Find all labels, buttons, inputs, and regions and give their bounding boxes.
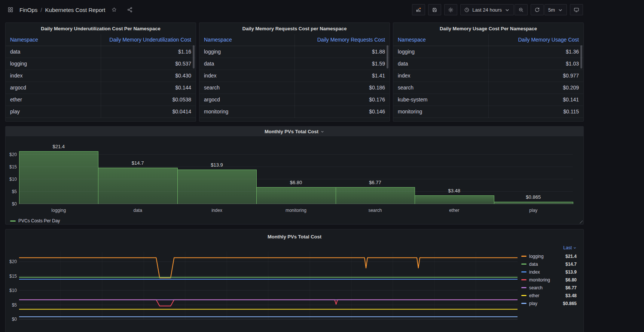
zoom-out-icon (518, 7, 524, 13)
line-chart-panel: Monthly PVs Total Cost $0$5$10$15$20 Las… (5, 229, 584, 332)
bar-value-label: $13.9 (166, 162, 268, 168)
namespace-cell: index (199, 70, 294, 82)
bar-category: $6.80 (256, 148, 335, 204)
table-row: argocd$0.176 (199, 94, 390, 106)
table-row: index$0.977 (393, 70, 583, 82)
bar-chart-panel: Monthly PVs Total Cost $21.4$14.7$13.9$6… (5, 126, 584, 225)
table-panel-memory-underutilization: Daily Memory Underutilization Cost Per N… (5, 22, 196, 122)
panel-title[interactable]: Daily Memory Requests Cost per Namespace (199, 23, 390, 34)
legend-item-search[interactable]: search$6.77 (521, 284, 577, 292)
table-scrollbar[interactable] (580, 45, 582, 68)
legend-swatch (521, 303, 527, 304)
table-scrollbar[interactable] (387, 45, 388, 68)
table-scrollbar[interactable] (193, 45, 195, 68)
y-axis-tick-label: $20 (5, 259, 17, 264)
breadcrumb-dashboard-title[interactable]: Kubernetes Cost Report (45, 7, 106, 13)
line-legend-rows: logging$21.4data$14.7index$13.9monitorin… (521, 252, 577, 307)
legend-item-ether[interactable]: ether$3.48 (521, 292, 577, 299)
panel-title[interactable]: Daily Memory Underutilization Cost Per N… (6, 23, 196, 34)
gridline (19, 204, 573, 204)
column-header-cost[interactable]: Daily Memory Usage Cost (488, 34, 583, 46)
column-header-namespace[interactable]: Namespace (6, 34, 101, 46)
cost-cell: $1.41 (294, 70, 390, 82)
tv-mode-button[interactable] (570, 4, 583, 15)
namespace-cell: logging (199, 46, 294, 58)
legend-item-logging[interactable]: logging$21.4 (521, 252, 577, 260)
table-header-row: Namespace Daily Memory Requests Cost (199, 34, 390, 46)
cost-cell: $0.186 (294, 82, 390, 94)
bar-legend-label: PVCs Costs Per Day (18, 218, 60, 223)
cost-cell: $0.115 (488, 106, 583, 118)
legend-item-index[interactable]: index$13.9 (521, 268, 577, 276)
clock-icon (464, 7, 470, 13)
x-axis-category-label: monitoring (256, 208, 335, 213)
apps-grid-icon[interactable] (6, 5, 15, 14)
legend-last-value: $14.7 (565, 262, 577, 267)
panel-title: Monthly PVs Total Cost (265, 129, 318, 134)
refresh-button[interactable] (531, 4, 544, 15)
add-panel-button[interactable] (412, 4, 425, 15)
y-axis-tick-label: $5 (5, 189, 17, 194)
chevron-down-icon (558, 7, 563, 13)
top-nav: FinOps / Kubernetes Cost Report (0, 0, 589, 19)
cost-cell: $0.209 (488, 82, 583, 94)
favorite-star-icon[interactable] (110, 5, 119, 14)
table-row: search$0.209 (393, 82, 583, 94)
table-panel-memory-requests: Daily Memory Requests Cost per Namespace… (199, 22, 390, 122)
table-row: logging$1.36 (393, 46, 583, 58)
cost-table: Namespace Daily Memory Underutilization … (6, 34, 196, 118)
time-range-picker-button[interactable]: Last 24 hours (460, 4, 514, 15)
legend-item-play[interactable]: play$0.865 (521, 299, 577, 307)
bar-value-label: $21.4 (8, 144, 109, 149)
bar-category: $0.865 (494, 148, 573, 204)
bar-category: $13.9 (177, 148, 256, 204)
namespace-cell: monitoring (393, 106, 488, 118)
column-header-namespace[interactable]: Namespace (199, 34, 294, 46)
settings-gear-icon (448, 7, 454, 13)
breadcrumb-folder-link[interactable]: FinOps (19, 7, 37, 13)
refresh-interval-label: 5m (548, 7, 555, 13)
panel-title[interactable]: Daily Memory Usage Cost Per Namespace (393, 23, 583, 34)
cost-cell: $1.59 (294, 58, 390, 70)
namespace-cell: argocd (6, 82, 101, 94)
x-axis-category-label: index (177, 208, 256, 213)
breadcrumb-separator: / (40, 7, 42, 13)
column-header-namespace[interactable]: Namespace (393, 34, 488, 46)
column-header-cost[interactable]: Daily Memory Underutilization Cost (101, 34, 196, 46)
cost-cell: $1.88 (294, 46, 390, 58)
panel-header-menu[interactable]: Monthly PVs Total Cost (6, 127, 583, 136)
cost-cell: $1.16 (101, 46, 196, 58)
legend-item-data[interactable]: data$14.7 (521, 260, 577, 268)
legend-last-value: $13.9 (565, 269, 577, 275)
column-header-cost[interactable]: Daily Memory Requests Cost (294, 34, 390, 46)
zoom-out-button[interactable] (515, 4, 528, 15)
table-body: logging$1.88data$1.59index$1.41search$0.… (199, 46, 390, 118)
gridline (19, 167, 573, 167)
line-plot-area[interactable]: $0$5$10$15$20 (19, 252, 518, 319)
legend-item-monitoring[interactable]: monitoring$6.80 (521, 276, 577, 284)
dashboard-settings-button[interactable] (444, 4, 457, 15)
share-icon[interactable] (125, 5, 134, 14)
bar-value-label: $3.48 (403, 188, 505, 194)
x-axis-category-label: ether (415, 208, 494, 213)
y-axis-tick-label: $10 (5, 177, 17, 182)
bar-legend-item[interactable]: PVCs Costs Per Day (10, 218, 60, 223)
bar-series: $21.4$14.7$13.9$6.80$6.77$3.48$0.865 (19, 148, 573, 204)
panel-resize-handle[interactable] (579, 220, 583, 223)
table-row: search$0.186 (199, 82, 390, 94)
refresh-interval-picker[interactable]: 5m (544, 4, 567, 15)
panel-title[interactable]: Monthly PVs Total Cost (6, 234, 583, 240)
save-icon (432, 7, 437, 13)
legend-series-name: logging (529, 254, 544, 259)
bar-plot-area[interactable]: $21.4$14.7$13.9$6.80$6.77$3.48$0.865 $0$… (19, 148, 573, 204)
legend-sort-header[interactable]: Last (521, 244, 577, 251)
namespace-cell: logging (393, 46, 488, 58)
breadcrumb-area: FinOps / Kubernetes Cost Report (6, 5, 134, 14)
cost-cell: $0.537 (101, 58, 196, 70)
table-row: logging$0.537 (6, 58, 196, 70)
bar-legend-swatch (10, 220, 16, 222)
cost-cell: $1.03 (488, 58, 583, 70)
x-axis-category-label: search (336, 208, 415, 213)
bar-xaxis: loggingdataindexmonitoringsearchetherpla… (19, 208, 573, 213)
save-dashboard-button[interactable] (428, 4, 441, 15)
